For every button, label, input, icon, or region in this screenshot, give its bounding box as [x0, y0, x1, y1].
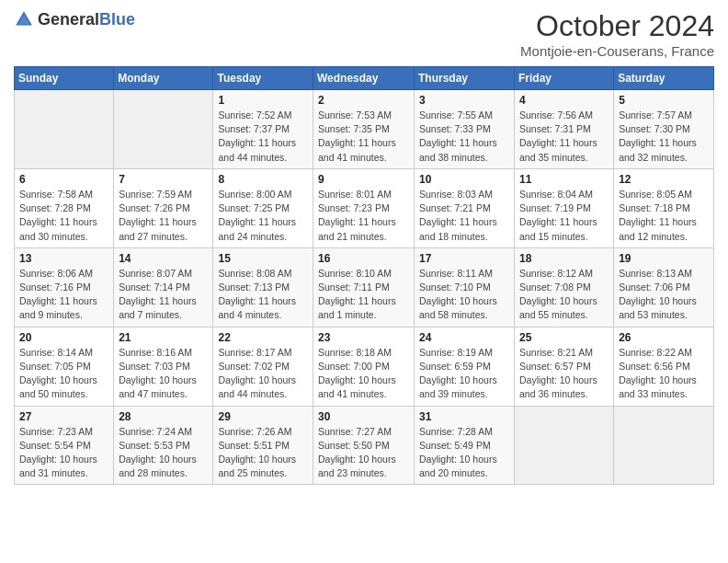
day-detail: Sunrise: 7:24 AMSunset: 5:53 PMDaylight:…	[119, 425, 208, 481]
day-detail: Sunrise: 8:00 AMSunset: 7:25 PMDaylight:…	[218, 188, 308, 244]
day-detail: Sunrise: 7:56 AMSunset: 7:31 PMDaylight:…	[519, 109, 609, 165]
day-number: 28	[119, 410, 208, 423]
day-detail: Sunrise: 7:55 AMSunset: 7:33 PMDaylight:…	[419, 109, 509, 165]
day-number: 23	[318, 331, 409, 344]
day-number: 16	[318, 252, 409, 265]
day-cell: 24Sunrise: 8:19 AMSunset: 6:59 PMDayligh…	[415, 327, 515, 406]
day-cell: 28Sunrise: 7:24 AMSunset: 5:53 PMDayligh…	[114, 406, 213, 485]
day-detail: Sunrise: 8:12 AMSunset: 7:08 PMDaylight:…	[519, 267, 609, 323]
day-cell	[515, 406, 614, 485]
day-detail: Sunrise: 8:22 AMSunset: 6:56 PMDaylight:…	[619, 346, 709, 402]
day-number: 15	[218, 252, 308, 265]
day-detail: Sunrise: 8:18 AMSunset: 7:00 PMDaylight:…	[318, 346, 409, 402]
day-detail: Sunrise: 8:05 AMSunset: 7:18 PMDaylight:…	[619, 188, 709, 244]
day-detail: Sunrise: 8:04 AMSunset: 7:19 PMDaylight:…	[519, 188, 609, 244]
weekday-header-monday: Monday	[114, 67, 213, 90]
day-cell: 13Sunrise: 8:06 AMSunset: 7:16 PMDayligh…	[15, 247, 114, 327]
location-title: Montjoie-en-Couserans, France	[520, 43, 714, 59]
day-number: 22	[218, 331, 308, 344]
day-cell: 5Sunrise: 7:57 AMSunset: 7:30 PMDaylight…	[614, 90, 714, 169]
week-row-1: 1Sunrise: 7:52 AMSunset: 7:37 PMDaylight…	[15, 90, 714, 169]
day-cell: 21Sunrise: 8:16 AMSunset: 7:03 PMDayligh…	[114, 327, 213, 406]
day-cell: 20Sunrise: 8:14 AMSunset: 7:05 PMDayligh…	[15, 327, 114, 406]
day-number: 12	[619, 173, 709, 186]
day-cell: 23Sunrise: 8:18 AMSunset: 7:00 PMDayligh…	[313, 327, 415, 406]
day-cell: 7Sunrise: 7:59 AMSunset: 7:26 PMDaylight…	[114, 168, 213, 247]
day-number: 14	[119, 252, 208, 265]
day-detail: Sunrise: 8:06 AMSunset: 7:16 PMDaylight:…	[19, 267, 108, 323]
day-number: 31	[419, 410, 509, 423]
day-cell: 4Sunrise: 7:56 AMSunset: 7:31 PMDaylight…	[515, 90, 614, 169]
day-number: 29	[218, 410, 308, 423]
day-cell: 22Sunrise: 8:17 AMSunset: 7:02 PMDayligh…	[213, 327, 313, 406]
day-detail: Sunrise: 8:11 AMSunset: 7:10 PMDaylight:…	[419, 267, 509, 323]
day-cell: 9Sunrise: 8:01 AMSunset: 7:23 PMDaylight…	[313, 168, 415, 247]
day-detail: Sunrise: 7:27 AMSunset: 5:50 PMDaylight:…	[318, 425, 409, 481]
day-detail: Sunrise: 8:16 AMSunset: 7:03 PMDaylight:…	[119, 346, 208, 402]
day-number: 9	[318, 173, 409, 186]
day-detail: Sunrise: 8:21 AMSunset: 6:57 PMDaylight:…	[519, 346, 609, 402]
day-detail: Sunrise: 7:58 AMSunset: 7:28 PMDaylight:…	[19, 188, 108, 244]
day-detail: Sunrise: 7:26 AMSunset: 5:51 PMDaylight:…	[218, 425, 308, 481]
day-cell: 30Sunrise: 7:27 AMSunset: 5:50 PMDayligh…	[313, 406, 415, 485]
day-number: 27	[19, 410, 108, 423]
day-detail: Sunrise: 8:01 AMSunset: 7:23 PMDaylight:…	[318, 188, 409, 244]
day-cell: 18Sunrise: 8:12 AMSunset: 7:08 PMDayligh…	[515, 247, 614, 327]
day-cell: 14Sunrise: 8:07 AMSunset: 7:14 PMDayligh…	[114, 247, 213, 327]
day-detail: Sunrise: 7:59 AMSunset: 7:26 PMDaylight:…	[119, 188, 208, 244]
day-number: 13	[19, 252, 108, 265]
day-detail: Sunrise: 8:08 AMSunset: 7:13 PMDaylight:…	[218, 267, 308, 323]
day-detail: Sunrise: 8:19 AMSunset: 6:59 PMDaylight:…	[419, 346, 509, 402]
day-cell	[15, 90, 114, 169]
weekday-header-sunday: Sunday	[15, 67, 114, 90]
day-number: 7	[119, 173, 208, 186]
day-number: 1	[218, 94, 308, 107]
day-number: 6	[19, 173, 108, 186]
day-detail: Sunrise: 8:07 AMSunset: 7:14 PMDaylight:…	[119, 267, 208, 323]
day-number: 3	[419, 94, 509, 107]
day-detail: Sunrise: 8:10 AMSunset: 7:11 PMDaylight:…	[318, 267, 409, 323]
logo-blue: Blue	[99, 10, 135, 29]
logo-icon	[14, 9, 34, 29]
day-number: 17	[419, 252, 509, 265]
day-cell: 17Sunrise: 8:11 AMSunset: 7:10 PMDayligh…	[415, 247, 515, 327]
header: GeneralBlue October 2024 Montjoie-en-Cou…	[14, 9, 714, 59]
day-cell: 6Sunrise: 7:58 AMSunset: 7:28 PMDaylight…	[15, 168, 114, 247]
day-cell: 31Sunrise: 7:28 AMSunset: 5:49 PMDayligh…	[415, 406, 515, 485]
day-detail: Sunrise: 8:17 AMSunset: 7:02 PMDaylight:…	[218, 346, 308, 402]
day-number: 25	[519, 331, 609, 344]
day-cell: 19Sunrise: 8:13 AMSunset: 7:06 PMDayligh…	[614, 247, 714, 327]
month-title: October 2024	[520, 9, 714, 43]
day-detail: Sunrise: 8:03 AMSunset: 7:21 PMDaylight:…	[419, 188, 509, 244]
week-row-4: 20Sunrise: 8:14 AMSunset: 7:05 PMDayligh…	[15, 327, 714, 406]
day-cell: 29Sunrise: 7:26 AMSunset: 5:51 PMDayligh…	[213, 406, 313, 485]
day-detail: Sunrise: 8:13 AMSunset: 7:06 PMDaylight:…	[619, 267, 709, 323]
day-cell: 26Sunrise: 8:22 AMSunset: 6:56 PMDayligh…	[614, 327, 714, 406]
day-number: 24	[419, 331, 509, 344]
week-row-2: 6Sunrise: 7:58 AMSunset: 7:28 PMDaylight…	[15, 168, 714, 247]
weekday-header-friday: Friday	[515, 67, 614, 90]
day-detail: Sunrise: 8:14 AMSunset: 7:05 PMDaylight:…	[19, 346, 108, 402]
day-cell: 1Sunrise: 7:52 AMSunset: 7:37 PMDaylight…	[213, 90, 313, 169]
day-number: 8	[218, 173, 308, 186]
logo-text: GeneralBlue	[38, 10, 135, 29]
day-number: 30	[318, 410, 409, 423]
day-number: 26	[619, 331, 709, 344]
day-cell	[614, 406, 714, 485]
day-detail: Sunrise: 7:52 AMSunset: 7:37 PMDaylight:…	[218, 109, 308, 165]
day-number: 18	[519, 252, 609, 265]
title-area: October 2024 Montjoie-en-Couserans, Fran…	[520, 9, 714, 59]
day-cell: 12Sunrise: 8:05 AMSunset: 7:18 PMDayligh…	[614, 168, 714, 247]
day-cell	[114, 90, 213, 169]
week-row-3: 13Sunrise: 8:06 AMSunset: 7:16 PMDayligh…	[15, 247, 714, 327]
logo-general: General	[38, 10, 99, 29]
day-number: 11	[519, 173, 609, 186]
week-row-5: 27Sunrise: 7:23 AMSunset: 5:54 PMDayligh…	[15, 406, 714, 485]
day-cell: 10Sunrise: 8:03 AMSunset: 7:21 PMDayligh…	[415, 168, 515, 247]
day-cell: 27Sunrise: 7:23 AMSunset: 5:54 PMDayligh…	[15, 406, 114, 485]
logo: GeneralBlue	[14, 9, 135, 29]
day-detail: Sunrise: 7:23 AMSunset: 5:54 PMDaylight:…	[19, 425, 108, 481]
day-number: 21	[119, 331, 208, 344]
weekday-header-thursday: Thursday	[415, 67, 515, 90]
day-cell: 16Sunrise: 8:10 AMSunset: 7:11 PMDayligh…	[313, 247, 415, 327]
